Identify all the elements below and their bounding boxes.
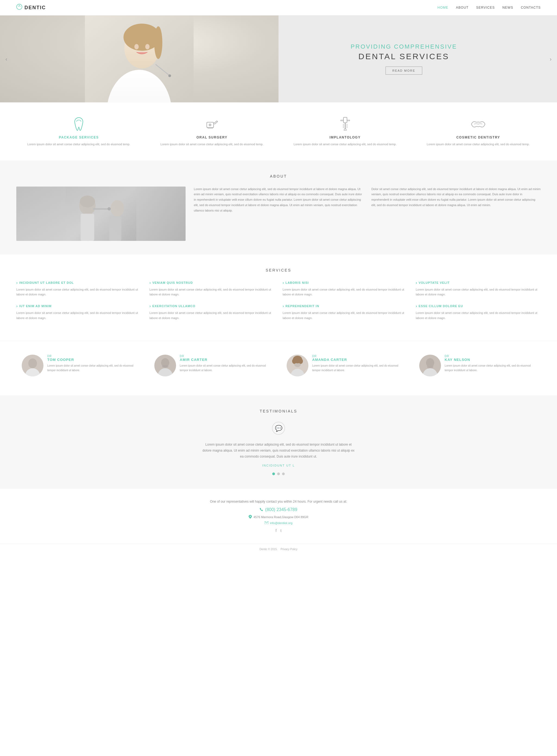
service-item-desc-3: Lorem ipsum dolor sit amet conse ctetur … bbox=[283, 287, 408, 297]
service-item-2: VENIAM QUIS NOSTRUD Lorem ipsum dolor si… bbox=[149, 281, 274, 297]
services-title: SERVICES bbox=[16, 268, 541, 272]
doctor-name-0: TOM COOPER bbox=[47, 358, 138, 362]
service-item-3: LABORIS NISI Lorem ipsum dolor sit amet … bbox=[283, 281, 408, 297]
about-text-left: Lorem ipsum dolor sit amet conse ctetur … bbox=[194, 187, 363, 214]
svg-point-31 bbox=[292, 358, 296, 364]
service-item-8: ESSE CILLUM DOLORE EU Lorem ipsum dolor … bbox=[416, 304, 541, 320]
implant-icon bbox=[337, 116, 353, 132]
doctors-section: DR TOM COOPER Lorem ipsum dolor sit amet… bbox=[0, 341, 557, 396]
service-icon-package: PACKAGE SERVICES Lorem ipsum dolor sit a… bbox=[16, 116, 141, 147]
services-row-2: IUT ENIM AD MINIM Lorem ipsum dolor sit … bbox=[16, 304, 541, 320]
nav-news[interactable]: NEWS bbox=[502, 6, 513, 9]
svg-point-6 bbox=[135, 44, 139, 50]
service-item-title-3: LABORIS NISI bbox=[283, 281, 408, 285]
footer-text: Dentic © 2015. bbox=[260, 548, 277, 551]
service-item-title-7: REPREHENDERIT IN bbox=[283, 304, 408, 308]
nav-about[interactable]: ABOUT bbox=[456, 6, 468, 9]
hero-title: DENTAL SERVICES bbox=[278, 52, 529, 61]
service-title-package: PACKAGE SERVICES bbox=[16, 135, 141, 139]
facebook-link[interactable]: f bbox=[275, 529, 276, 533]
privacy-link[interactable]: Privacy Policy bbox=[281, 548, 297, 551]
svg-point-5 bbox=[154, 26, 163, 59]
hero-section: ‹ PROVIDING COMPREHENSIVE DENTAL SERVICE… bbox=[0, 15, 557, 102]
testimonials-section: TESTIMONIALS 💬 Lorem ipsum dolor sit ame… bbox=[0, 396, 557, 489]
svg-point-35 bbox=[426, 358, 434, 368]
service-icon-cosmetic: COSMETIC DENTISTRY Lorem ipsum dolor sit… bbox=[416, 116, 541, 147]
testimonial-dot-2[interactable] bbox=[277, 472, 280, 475]
svg-rect-16 bbox=[81, 214, 94, 241]
service-desc-implant: Lorem ipsum dolor sit amet conse ctetur … bbox=[283, 142, 408, 147]
address-text: 4576 Marmora Road,Glasgow D04 89GR bbox=[254, 515, 309, 519]
doctor-info-0: DR TOM COOPER Lorem ipsum dolor sit amet… bbox=[47, 355, 138, 373]
service-item-6: EXERCITATION ULLAMCO Lorem ipsum dolor s… bbox=[149, 304, 274, 320]
nav-services[interactable]: SERVICES bbox=[476, 6, 495, 9]
about-grid: Lorem ipsum dolor sit amet conse ctetur … bbox=[16, 187, 541, 241]
svg-rect-19 bbox=[93, 208, 109, 210]
service-title-cosmetic: COSMETIC DENTISTRY bbox=[416, 135, 541, 139]
doctor-desc-2: Lorem ipsum dolor sit amet conse ctetur … bbox=[312, 363, 403, 373]
service-item-1: INCIDIDUNT UT LABORE ET DOL Lorem ipsum … bbox=[16, 281, 141, 297]
about-image bbox=[16, 187, 185, 241]
svg-point-27 bbox=[162, 365, 169, 368]
twitter-link[interactable]: t bbox=[281, 529, 282, 533]
svg-point-32 bbox=[299, 358, 303, 364]
contact-address: 4576 Marmora Road,Glasgow D04 89GR bbox=[16, 515, 541, 519]
tooth-icon bbox=[71, 116, 87, 132]
svg-point-15 bbox=[80, 195, 95, 208]
testimonial-dots bbox=[16, 472, 541, 475]
doctor-desc-1: Lorem ipsum dolor sit amet conse ctetur … bbox=[180, 363, 271, 373]
service-item-title-1: INCIDIDUNT UT LABORE ET DOL bbox=[16, 281, 141, 285]
hero-content: PROVIDING COMPREHENSIVE DENTAL SERVICES … bbox=[278, 43, 529, 75]
doctor-avatar-3 bbox=[419, 355, 441, 376]
services-row-1: INCIDIDUNT UT LABORE ET DOL Lorem ipsum … bbox=[16, 281, 541, 297]
about-title: ABOUT bbox=[16, 174, 541, 179]
doctor-info-2: DR AMANDA CARTER Lorem ipsum dolor sit a… bbox=[312, 355, 403, 373]
testimonial-dot-1[interactable] bbox=[272, 472, 275, 475]
hero-cta-button[interactable]: READ MORE bbox=[386, 66, 422, 75]
svg-point-20 bbox=[108, 207, 111, 211]
service-item-desc-6: Lorem ipsum dolor sit amet conse ctetur … bbox=[149, 310, 274, 320]
service-item-title-2: VENIAM QUIS NOSTRUD bbox=[149, 281, 274, 285]
doctor-name-1: AMIR CARTER bbox=[180, 358, 271, 362]
doctor-prefix-2: DR bbox=[312, 355, 403, 358]
svg-point-17 bbox=[111, 200, 124, 216]
footer: Dentic © 2015. Privacy Policy bbox=[0, 544, 557, 555]
testimonial-author: INCIDIDUNT UT L bbox=[16, 464, 541, 467]
header: DENTIC HOME ABOUT SERVICES NEWS CONTACTS bbox=[0, 0, 557, 15]
testimonial-text: Lorem ipsum dolor sit amet conse ctetur … bbox=[202, 442, 355, 460]
logo: DENTIC bbox=[16, 4, 46, 11]
service-item-5: IUT ENIM AD MINIM Lorem ipsum dolor sit … bbox=[16, 304, 141, 320]
nav-home[interactable]: HOME bbox=[437, 6, 448, 9]
testimonial-dot-3[interactable] bbox=[282, 472, 285, 475]
logo-icon bbox=[16, 4, 22, 11]
service-icons-grid: PACKAGE SERVICES Lorem ipsum dolor sit a… bbox=[16, 116, 541, 147]
hero-prev-button[interactable]: ‹ bbox=[5, 56, 7, 62]
contact-section: One of our representatives will happily … bbox=[0, 489, 557, 544]
service-item-desc-4: Lorem ipsum dolor sit amet conse ctetur … bbox=[416, 287, 541, 297]
service-item-title-8: ESSE CILLUM DOLORE EU bbox=[416, 304, 541, 308]
service-desc-package: Lorem ipsum dolor sit amet conse ctetur … bbox=[16, 142, 141, 147]
doctor-card-2: DR AMANDA CARTER Lorem ipsum dolor sit a… bbox=[281, 349, 408, 382]
doctor-card-0: DR TOM COOPER Lorem ipsum dolor sit amet… bbox=[16, 349, 143, 382]
service-item-7: REPREHENDERIT IN Lorem ipsum dolor sit a… bbox=[283, 304, 408, 320]
nav-contacts[interactable]: CONTACTS bbox=[521, 6, 541, 9]
phone-number: (800) 2345-6789 bbox=[265, 507, 297, 512]
hero-next-button[interactable]: › bbox=[550, 56, 552, 62]
doctor-prefix-3: DR bbox=[445, 355, 535, 358]
testimonials-title: TESTIMONIALS bbox=[16, 409, 541, 413]
doctor-avatar-1 bbox=[154, 355, 176, 376]
doctor-avatar-2 bbox=[287, 355, 309, 376]
doctor-name-3: KAY NELSON bbox=[445, 358, 535, 362]
contact-email: info@dentiist.org bbox=[16, 522, 541, 525]
svg-rect-18 bbox=[109, 216, 121, 241]
service-title-implant: IMPLANTOLOGY bbox=[283, 135, 408, 139]
doctor-info-3: DR KAY NELSON Lorem ipsum dolor sit amet… bbox=[445, 355, 535, 373]
doctor-prefix-1: DR bbox=[180, 355, 271, 358]
service-item-desc-1: Lorem ipsum dolor sit amet conse ctetur … bbox=[16, 287, 141, 297]
phone-icon bbox=[260, 507, 264, 512]
lips-icon bbox=[470, 116, 486, 132]
doctor-desc-3: Lorem ipsum dolor sit amet conse ctetur … bbox=[445, 363, 535, 373]
email-link[interactable]: info@dentiist.org bbox=[270, 522, 293, 525]
service-item-desc-7: Lorem ipsum dolor sit amet conse ctetur … bbox=[283, 310, 408, 320]
doctor-prefix-0: DR bbox=[47, 355, 138, 358]
